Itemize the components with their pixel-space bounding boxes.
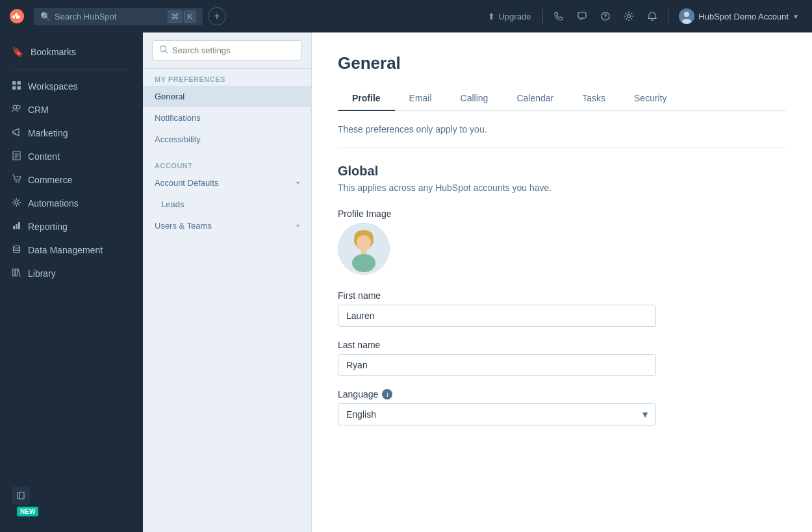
svg-rect-27: [18, 492, 24, 499]
svg-rect-9: [18, 81, 21, 85]
settings-search-input[interactable]: [172, 45, 295, 55]
tabs-bar: Profile Email Calling Calendar Tasks Sec…: [338, 86, 786, 111]
language-field: Language i English French German Spanish…: [338, 389, 786, 425]
svg-rect-11: [18, 86, 21, 90]
sidebar-item-content[interactable]: Content: [0, 145, 143, 168]
settings-nav-account-defaults[interactable]: Account Defaults ▾: [143, 172, 311, 194]
tab-email[interactable]: Email: [395, 86, 446, 111]
settings-search-box[interactable]: [152, 40, 302, 60]
profile-image-container: Profile Image: [338, 209, 786, 275]
sidebar-divider: [12, 69, 131, 70]
sidebar-item-workspaces[interactable]: Workspaces: [0, 75, 143, 98]
svg-rect-8: [12, 81, 16, 85]
settings-nav-users-teams[interactable]: Users & Teams ▾: [143, 215, 311, 236]
calling-icon-btn[interactable]: [548, 6, 569, 27]
tab-profile[interactable]: Profile: [338, 86, 395, 111]
sidebar-collapse-button[interactable]: [12, 487, 30, 505]
kbd-k: K: [184, 10, 196, 23]
new-badge: NEW: [17, 507, 38, 516]
last-name-input[interactable]: [338, 354, 656, 376]
content-icon: [12, 151, 21, 162]
settings-nav-label-account-defaults: Account Defaults: [155, 178, 218, 188]
data-management-icon: [12, 244, 21, 256]
sidebar-item-data-management[interactable]: Data Management: [0, 238, 143, 262]
first-name-input[interactable]: [338, 305, 656, 327]
svg-point-20: [15, 201, 18, 204]
nav-divider-2: [668, 8, 668, 24]
svg-point-3: [605, 18, 606, 19]
tab-calendar[interactable]: Calendar: [502, 86, 568, 111]
first-name-field: First name: [338, 290, 786, 340]
account-menu[interactable]: HubSpot Demo Account ▼: [674, 6, 804, 27]
page-title: General: [338, 53, 786, 73]
bookmarks-icon: 🔖: [12, 46, 24, 58]
reporting-icon: [12, 221, 21, 233]
tab-security[interactable]: Security: [620, 86, 681, 111]
svg-rect-25: [12, 269, 14, 276]
svg-rect-22: [16, 224, 18, 229]
language-select-wrapper: English French German Spanish Portuguese…: [338, 403, 656, 425]
notifications-icon-btn[interactable]: [642, 6, 663, 27]
chevron-down-icon-2: ▾: [296, 222, 299, 229]
sidebar-item-label-workspaces: Workspaces: [28, 81, 78, 92]
hubspot-logo[interactable]: [8, 7, 26, 25]
settings-nav-accessibility[interactable]: Accessibility: [143, 129, 311, 150]
commerce-icon: [12, 174, 21, 186]
account-chevron-icon: ▼: [793, 13, 799, 20]
svg-rect-37: [361, 249, 366, 254]
help-icon-btn[interactable]: [595, 6, 616, 27]
upgrade-button[interactable]: ⬆ Upgrade: [481, 9, 537, 24]
settings-search-area: [143, 32, 311, 69]
sidebar-item-commerce[interactable]: Commerce: [0, 168, 143, 192]
sidebar-item-label-commerce: Commerce: [28, 175, 72, 185]
main-layout: 🔖 Bookmarks Workspaces CRM Marketing: [0, 32, 812, 532]
svg-rect-23: [18, 222, 20, 229]
svg-point-36: [352, 254, 375, 272]
sidebar: 🔖 Bookmarks Workspaces CRM Marketing: [0, 32, 143, 532]
sidebar-item-library[interactable]: Library: [0, 262, 143, 285]
conversations-icon-btn[interactable]: [572, 6, 592, 27]
settings-nav-section-preferences: My Preferences: [143, 69, 311, 86]
sidebar-item-marketing[interactable]: Marketing: [0, 121, 143, 145]
svg-point-24: [14, 246, 20, 248]
sidebar-item-label-reporting: Reporting: [28, 222, 68, 232]
last-name-label: Last name: [338, 340, 786, 350]
settings-nav-item-leads[interactable]: Leads: [143, 194, 311, 215]
global-section-description: This applies across any HubSpot accounts…: [338, 183, 786, 193]
chevron-down-icon: ▾: [296, 179, 299, 186]
sidebar-item-crm[interactable]: CRM: [0, 98, 143, 121]
add-button[interactable]: +: [208, 7, 226, 25]
settings-icon-btn[interactable]: [618, 6, 639, 27]
settings-nav-general[interactable]: General: [143, 86, 311, 107]
svg-point-18: [16, 181, 17, 183]
sidebar-item-label-automations: Automations: [28, 198, 79, 209]
settings-sidebar: My Preferences General Notifications Acc…: [143, 32, 312, 532]
profile-image-label: Profile Image: [338, 209, 786, 219]
language-label: Language i: [338, 389, 786, 399]
search-placeholder: Search HubSpot: [55, 12, 116, 21]
settings-nav-notifications[interactable]: Notifications: [143, 107, 311, 129]
language-select[interactable]: English French German Spanish Portuguese: [338, 403, 656, 425]
global-section-title: Global: [338, 164, 786, 179]
sidebar-item-automations[interactable]: Automations: [0, 192, 143, 215]
tab-tasks[interactable]: Tasks: [568, 86, 620, 111]
marketing-icon: [12, 127, 21, 139]
svg-rect-1: [578, 12, 586, 18]
tab-calling[interactable]: Calling: [446, 86, 503, 111]
settings-search-icon: [159, 45, 168, 56]
search-bar[interactable]: 🔍 Search HubSpot ⌘ K: [34, 8, 203, 25]
crm-icon: [12, 104, 21, 116]
upgrade-label: Upgrade: [498, 12, 531, 21]
svg-rect-26: [16, 269, 18, 276]
settings-nav-label-users-teams: Users & Teams: [155, 221, 212, 231]
account-label: HubSpot Demo Account: [698, 12, 789, 21]
profile-avatar[interactable]: [338, 223, 390, 275]
sidebar-item-reporting[interactable]: Reporting: [0, 215, 143, 238]
sidebar-item-bookmarks[interactable]: 🔖 Bookmarks: [0, 40, 143, 64]
language-info-icon[interactable]: i: [382, 389, 392, 399]
search-icon: 🔍: [40, 12, 51, 21]
sidebar-bottom: NEW: [0, 479, 143, 524]
sidebar-item-label-marketing: Marketing: [28, 128, 68, 138]
keyboard-shortcut-hint: ⌘ K: [168, 10, 196, 23]
account-avatar: [679, 8, 694, 24]
